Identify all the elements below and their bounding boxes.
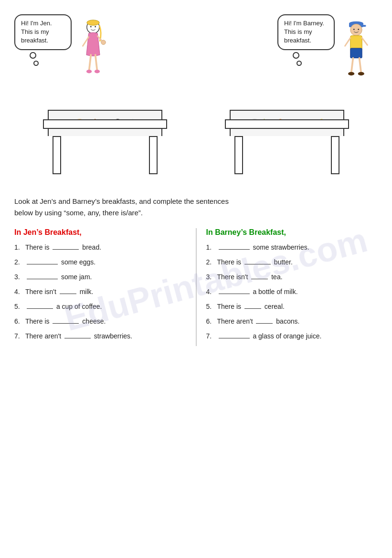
svg-point-23 (348, 72, 354, 76)
svg-point-24 (358, 72, 364, 76)
svg-point-16 (358, 29, 359, 30)
list-item: 2. There is butter. (206, 257, 378, 267)
jen-table: 🍞 🍯 🧀 🍳 ☕ (38, 105, 172, 181)
blank (244, 302, 261, 309)
jen-figure (76, 19, 115, 95)
svg-line-21 (351, 58, 353, 73)
jen-bubble: Hi! I'm Jen. This is my breakfast. (14, 14, 72, 50)
list-item: 3. some jam. (14, 272, 186, 282)
barney-exercise-column: In Barney’s Breakfast, 1. some strawberr… (196, 228, 378, 346)
list-item: 1. There is bread. (14, 242, 186, 253)
jen-table-leg-left (53, 136, 61, 174)
barney-table: 🥛 🍓 🥚 🥣 🧈 🧃 (220, 105, 354, 181)
list-item: 5. a cup of coffee. (14, 302, 186, 312)
svg-line-6 (95, 55, 97, 71)
blank (53, 317, 79, 324)
blank (219, 287, 250, 294)
jen-block: Hi! I'm Jen. This is my breakfast. (14, 10, 115, 95)
jen-table-top (43, 119, 167, 129)
svg-line-19 (345, 38, 350, 46)
blank (60, 287, 76, 294)
jen-exercise-list: 1. There is bread. 2. some eggs. 3. some… (14, 242, 186, 341)
list-item: 7. a glass of orange juice. (206, 331, 378, 341)
svg-point-7 (86, 70, 92, 74)
svg-line-20 (362, 38, 367, 45)
blank (53, 243, 79, 250)
jen-exercise-column: In Jen’s Breakfast, 1. There is bread. 2… (14, 228, 196, 346)
list-item: 6. There aren't bacons. (206, 316, 378, 326)
list-item: 4. There isn't milk. (14, 287, 186, 297)
blank (27, 273, 58, 279)
svg-rect-17 (350, 36, 362, 50)
svg-point-10 (95, 26, 96, 28)
svg-rect-18 (350, 48, 362, 58)
svg-point-4 (101, 40, 106, 44)
list-item: 6. There is cheese. (14, 316, 186, 326)
svg-point-15 (353, 29, 355, 30)
barney-figure (339, 19, 378, 95)
list-item: 7. There aren't strawberries. (14, 331, 186, 341)
list-item: 1. some strawberries. (206, 242, 378, 253)
blank (244, 258, 271, 264)
svg-line-22 (360, 58, 361, 73)
list-item: 2. some eggs. (14, 257, 186, 267)
jen-column-title: In Jen’s Breakfast, (14, 228, 186, 237)
svg-point-9 (90, 26, 92, 28)
instruction-text: Look at Jen’s and Barney’s breakfasts, a… (14, 196, 378, 219)
barney-table-top (225, 119, 349, 129)
svg-rect-13 (361, 25, 366, 27)
list-item: 5. There is cereal. (206, 302, 378, 312)
blank (64, 332, 91, 338)
svg-point-8 (95, 70, 100, 74)
blank (256, 317, 273, 324)
barney-block: Hi! I'm Barney. This is my breakfast. (277, 10, 378, 95)
jen-table-leg-right (149, 136, 158, 174)
svg-line-5 (89, 55, 91, 71)
list-item: 3. There isn't tea. (206, 272, 378, 282)
list-item: 4. a bottle of milk. (206, 287, 378, 297)
blank (27, 258, 58, 264)
blank (27, 302, 53, 309)
barney-table-leg-right (331, 136, 339, 174)
blank (219, 332, 250, 338)
barney-table-leg-left (234, 136, 243, 174)
svg-point-1 (87, 20, 99, 25)
barney-exercise-list: 1. some strawberries. 2. There is butter… (206, 242, 378, 341)
blank (251, 273, 268, 279)
svg-point-14 (350, 24, 362, 35)
barney-column-title: In Barney’s Breakfast, (206, 228, 378, 237)
barney-bubble: Hi! I'm Barney. This is my breakfast. (277, 14, 335, 50)
exercise-section: In Jen’s Breakfast, 1. There is bread. 2… (14, 228, 378, 346)
tables-section: 🍞 🍯 🧀 🍳 ☕ 🥛 🍓 🥚 🥣 🧈 🧃 (14, 105, 378, 181)
blank (219, 243, 250, 250)
top-section: Hi! I'm Jen. This is my breakfast. (14, 10, 378, 95)
